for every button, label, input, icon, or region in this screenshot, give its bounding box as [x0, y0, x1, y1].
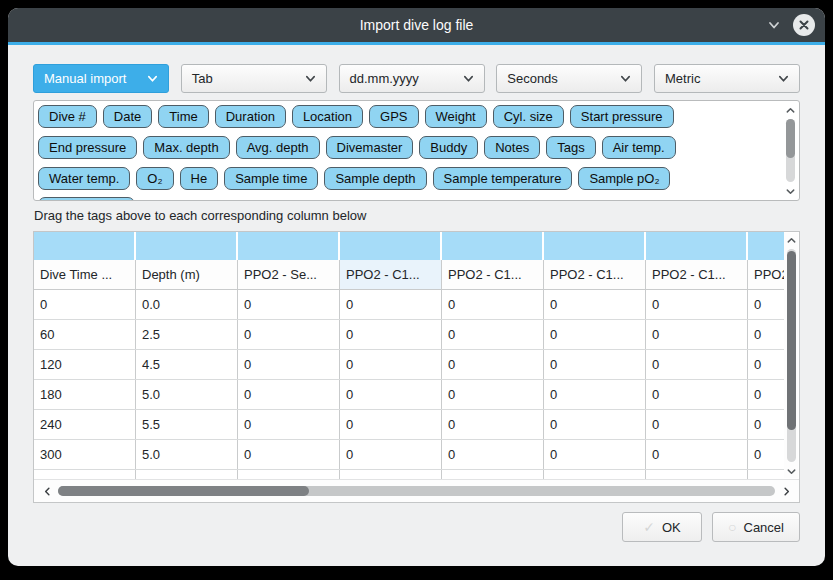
scroll-down-icon[interactable] [785, 184, 796, 198]
table-cell: 0 [748, 440, 784, 469]
table-cell: 0 [748, 350, 784, 379]
table-cell: 0 [544, 410, 646, 439]
chevron-down-icon[interactable] [766, 17, 782, 33]
tag-air-temp[interactable]: Air temp. [602, 136, 676, 159]
table-cell: 0.0 [136, 290, 238, 319]
table-cell: 0 [34, 290, 136, 319]
drop-target-cell-0[interactable] [34, 232, 136, 260]
table-vertical-scrollbar[interactable] [784, 233, 798, 478]
tag-divemaster[interactable]: Divemaster [326, 136, 414, 159]
drop-target-cell-1[interactable] [136, 232, 238, 260]
close-button[interactable] [793, 14, 815, 36]
combo-tab[interactable]: Tab [181, 64, 327, 93]
table-row: 1204.5000000 [34, 350, 784, 380]
combo-seconds[interactable]: Seconds [496, 64, 642, 93]
combo-dd-mm-yyyy[interactable]: dd.mm.yyyy [339, 64, 485, 93]
scroll-up-icon[interactable] [786, 233, 797, 247]
table-body: 00.0000000602.50000001204.50000001805.00… [34, 290, 784, 470]
column-header-0[interactable]: Dive Time ... [34, 260, 136, 289]
drop-target-cell-2[interactable] [238, 232, 340, 260]
table-horizontal-scrollbar[interactable] [34, 479, 799, 502]
tag-he[interactable]: He [180, 167, 219, 190]
table-cell: 0 [748, 290, 784, 319]
scroll-right-icon[interactable] [779, 484, 793, 498]
tag-sample-temperature[interactable]: Sample temperature [433, 167, 573, 190]
tag-location[interactable]: Location [292, 105, 363, 128]
scroll-up-icon[interactable] [785, 103, 796, 117]
tag-o[interactable]: O₂ [136, 167, 173, 190]
tag-time[interactable]: Time [158, 105, 208, 128]
table-cell: 180 [34, 380, 136, 409]
combo-metric[interactable]: Metric [654, 64, 800, 93]
scroll-down-icon[interactable] [786, 464, 797, 478]
table-cell: 240 [34, 410, 136, 439]
import-options-row: Manual import Tab dd.mm.yyyy Seconds Met… [33, 64, 800, 93]
import-dialog: Import dive log file Manual import Tab d… [8, 8, 825, 566]
tag-dive[interactable]: Dive # [38, 105, 97, 128]
table-cell: 5.5 [136, 410, 238, 439]
tag-tags[interactable]: Tags [546, 136, 595, 159]
tag-water-temp[interactable]: Water temp. [38, 167, 130, 190]
drop-target-cell-6[interactable] [646, 232, 748, 260]
table-cell: 0 [340, 380, 442, 409]
chevron-down-icon [304, 72, 317, 85]
drop-target-row [34, 232, 784, 260]
tag-duration[interactable]: Duration [215, 105, 286, 128]
scrollbar-thumb[interactable] [787, 251, 796, 430]
column-mapping-table: Dive Time ...Depth (m)PPO2 - Se...PPO2 -… [33, 231, 800, 503]
tag-avg-depth[interactable]: Avg. depth [236, 136, 320, 159]
scrollbar-thumb[interactable] [58, 486, 309, 496]
column-header-3[interactable]: PPO2 - C1... [340, 260, 442, 289]
drop-target-cell-3[interactable] [340, 232, 442, 260]
chevron-down-icon [146, 72, 159, 85]
combo-manual-import[interactable]: Manual import [33, 64, 169, 93]
ok-button[interactable]: ✓ OK [622, 512, 702, 542]
combo-value: Manual import [44, 71, 126, 86]
tag-flow: Dive #DateTimeDurationLocationGPSWeightC… [34, 101, 799, 201]
table-row: 3005.0000000 [34, 440, 784, 470]
tag-end-pressure[interactable]: End pressure [38, 136, 137, 159]
table-cell: 0 [340, 290, 442, 319]
column-header-2[interactable]: PPO2 - Se... [238, 260, 340, 289]
drop-target-cell-5[interactable] [544, 232, 646, 260]
chevron-down-icon [462, 72, 475, 85]
tag-notes[interactable]: Notes [484, 136, 540, 159]
tag-gps[interactable]: GPS [369, 105, 418, 128]
tag-sample-time[interactable]: Sample time [224, 167, 318, 190]
window-title: Import dive log file [8, 17, 825, 33]
tag-buddy[interactable]: Buddy [419, 136, 478, 159]
column-header-1[interactable]: Depth (m) [136, 260, 238, 289]
column-header-5[interactable]: PPO2 - C1... [544, 260, 646, 289]
tag-sample-depth[interactable]: Sample depth [324, 167, 426, 190]
column-header-4[interactable]: PPO2 - C1... [442, 260, 544, 289]
table-cell [646, 470, 748, 479]
scrollbar-thumb[interactable] [786, 119, 795, 158]
column-header-6[interactable]: PPO2 - C1... [646, 260, 748, 289]
table-cell: 0 [442, 440, 544, 469]
chevron-down-icon [619, 72, 632, 85]
scrollbar-track[interactable] [787, 249, 796, 462]
chevron-down-icon [777, 72, 790, 85]
tag-cyl-size[interactable]: Cyl. size [493, 105, 564, 128]
scroll-left-icon[interactable] [40, 484, 54, 498]
table-cell: 0 [442, 350, 544, 379]
table-cell: 0 [646, 320, 748, 349]
dialog-buttons: ✓ OK ○ Cancel [33, 512, 800, 542]
tag-weight[interactable]: Weight [425, 105, 487, 128]
tag-panel-scrollbar[interactable] [783, 103, 797, 198]
table-cell: 0 [646, 350, 748, 379]
cancel-button[interactable]: ○ Cancel [712, 512, 800, 542]
tag-sample-po[interactable]: Sample pO₂ [578, 167, 670, 190]
drop-target-cell-4[interactable] [442, 232, 544, 260]
titlebar[interactable]: Import dive log file [8, 8, 825, 42]
table-cell: 0 [544, 350, 646, 379]
drop-target-cell-7[interactable] [748, 232, 784, 260]
column-header-7[interactable]: PPO2 - C1... [748, 260, 784, 289]
tag-max-depth[interactable]: Max. depth [143, 136, 229, 159]
tag-sample-cns[interactable]: Sample CNS [38, 197, 135, 201]
scrollbar-track[interactable] [58, 486, 775, 496]
table-header-row: Dive Time ...Depth (m)PPO2 - Se...PPO2 -… [34, 260, 784, 290]
scrollbar-track[interactable] [786, 119, 795, 182]
tag-date[interactable]: Date [103, 105, 152, 128]
tag-start-pressure[interactable]: Start pressure [570, 105, 674, 128]
